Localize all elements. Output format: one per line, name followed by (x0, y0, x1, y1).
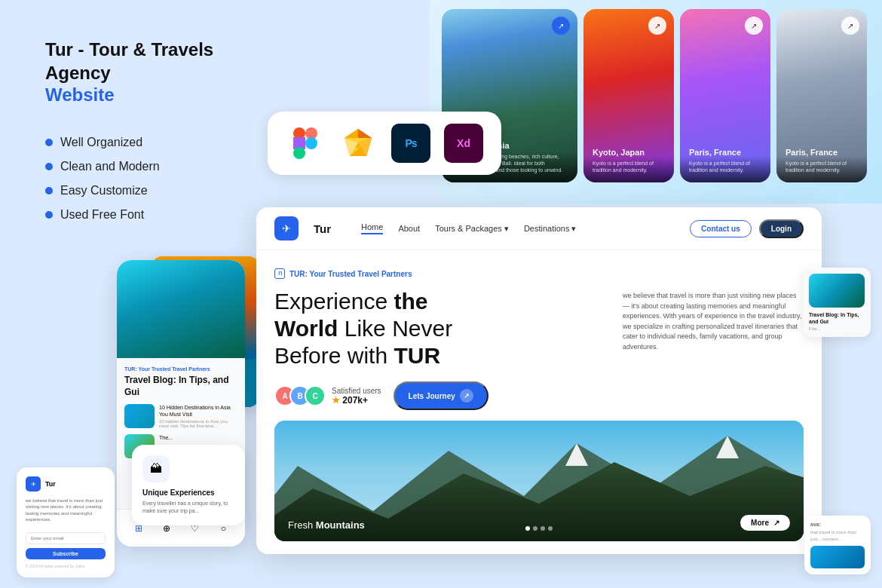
dest-card-kyoto-arrow[interactable]: ↗ (648, 17, 666, 35)
dest-kyoto-location: Kyoto, Japan (593, 148, 665, 158)
mountain-dot-1[interactable] (525, 526, 530, 531)
nav-link-about[interactable]: About (398, 224, 420, 233)
ps-label: Ps (405, 137, 416, 149)
avatar-3: C (305, 385, 326, 406)
blog-item-1-sub: 10 hidden destinations in Asia you must … (159, 419, 237, 428)
feature-item-3: Easy Customize (45, 184, 279, 198)
unique-exp-title: Unique Experiences (142, 488, 234, 497)
email-input[interactable] (26, 532, 106, 544)
title-main: Tur - Tour & Travels Agency (45, 38, 279, 84)
main-preview-card: ✈ Tur Home About Tours & Packages ▾ Dest… (256, 207, 822, 554)
blog-tag: TUR: Your Trusted Travel Partners (124, 366, 237, 372)
svg-point-4 (305, 137, 317, 149)
star-icon: ★ (332, 395, 340, 406)
nav-link-home[interactable]: Home (361, 222, 383, 234)
mountain-label: Fresh Mountains (288, 519, 365, 531)
right-blog-card: Travel Blog: In Tips, and Gui Frie... (803, 268, 871, 337)
dest-card-kyoto-overlay: Kyoto, Japan Kyoto is a perfect blend of… (583, 139, 674, 182)
lets-journey-button[interactable]: Lets Journey ↗ (394, 381, 488, 410)
bullet-dot (45, 211, 53, 219)
dest-card-paris2-overlay: Paris, France Kyoto is a perfect blend o… (776, 139, 867, 182)
preview-navbar: ✈ Tur Home About Tours & Packages ▾ Dest… (256, 207, 822, 250)
dest-card-paris2: ↗ Paris, France Kyoto is a perfect blend… (776, 9, 867, 182)
blog-card-image (117, 260, 245, 358)
xd-label: Xd (457, 137, 470, 149)
right-blog-img (809, 274, 865, 308)
dest-card-bali-arrow[interactable]: ↗ (552, 17, 570, 35)
mountain-dot-4[interactable] (548, 526, 553, 531)
satisfied-label: Satisfied users (332, 387, 381, 395)
xd-icon: Xd (444, 124, 483, 163)
ava-card: ava: that travel is more than just... co… (804, 516, 871, 574)
dest-kyoto-desc: Kyoto is a perfect blend of tradition an… (593, 160, 665, 173)
tag-icon: ⊓ (274, 268, 285, 279)
figma-icon (286, 124, 325, 163)
mountain-label-bold: Mountains (316, 519, 365, 531)
satisfied-info: Satisfied users ★ 207k+ (332, 387, 381, 406)
nav-logo-icon: ✈ (282, 222, 291, 234)
tur-small-brand: Tur (45, 480, 56, 488)
bullet-dot (45, 187, 53, 194)
count-value: 207k+ (342, 395, 368, 406)
nav-link-tours[interactable]: Tours & Packages ▾ (435, 224, 509, 234)
blog-item-1: 10 Hidden Destinations in Asia You Must … (124, 404, 237, 428)
unique-exp-icon: 🏔 (142, 455, 170, 482)
cta-label: Lets Journey (409, 392, 455, 400)
mountain-dot-2[interactable] (533, 526, 537, 531)
svg-rect-3 (293, 147, 305, 159)
tur-small-desc: we believe that travel is more than just… (26, 498, 106, 523)
title-blue: Website (45, 84, 279, 106)
mountain-more-button[interactable]: More ↗ (740, 515, 790, 531)
login-button[interactable]: Login (759, 219, 804, 238)
feature-item-2: Clean and Modern (45, 160, 279, 173)
more-arrow-icon: ↗ (773, 519, 779, 527)
hero-title: Experience theWorld Like NeverBefore wit… (274, 288, 608, 369)
contact-us-button[interactable]: Contact us (690, 220, 752, 237)
blog-item-2-title: The... (159, 434, 173, 441)
hero-description: we believe that travel is more than just… (623, 291, 804, 352)
photoshop-icon: Ps (391, 124, 430, 163)
preview-hero: ⊓ TUR: Your Trusted Travel Partners Expe… (256, 250, 822, 410)
feature-label-2: Clean and Modern (60, 160, 160, 173)
ava-img (810, 546, 865, 568)
nav-logo: ✈ (274, 216, 299, 240)
footer-text: © 2024 All rights reserved by Julina (26, 564, 106, 568)
blog-title: TUR: Your Trusted Travel Partners Travel… (124, 366, 237, 398)
dest-paris1-desc: Kyoto is a perfect blend of tradition an… (689, 160, 761, 173)
dest-paris2-location: Paris, France (786, 148, 858, 158)
blog-main-title: Travel Blog: In Tips, and Gui (124, 375, 228, 397)
hero-tag-text: TUR: Your Trusted Travel Partners (289, 270, 412, 278)
ava-label: ava: (810, 522, 865, 527)
blog-img-inner (117, 260, 245, 358)
dest-paris1-location: Paris, France (689, 148, 761, 158)
dest-card-paris1-arrow[interactable]: ↗ (745, 17, 763, 35)
blog-item-1-text: 10 Hidden Destinations in Asia You Must … (159, 404, 237, 428)
mountain-section: Fresh Mountains More ↗ (274, 421, 804, 541)
product-title: Tur - Tour & Travels Agency Website (45, 38, 279, 106)
left-panel: Tur - Tour & Travels Agency Website Well… (45, 38, 279, 232)
blog-item-1-img (124, 404, 155, 428)
nav-cta: Contact us Login (690, 219, 804, 238)
tur-subscribe-card: ✈ Tur we believe that travel is more tha… (17, 467, 115, 577)
dest-paris2-desc: Kyoto is a perfect blend of tradition an… (786, 160, 858, 173)
hero-left: ⊓ TUR: Your Trusted Travel Partners Expe… (274, 268, 608, 410)
mountain-dot-3[interactable] (541, 526, 545, 531)
feature-label-4: Used Free Font (60, 208, 144, 222)
blog-item-1-title: 10 Hidden Destinations in Asia You Must … (159, 404, 237, 418)
tur-logo-glyph: ✈ (31, 481, 36, 488)
subscribe-button[interactable]: Subscribe (26, 548, 106, 559)
dest-card-paris2-arrow[interactable]: ↗ (841, 17, 859, 35)
bullet-dot (45, 163, 53, 170)
nav-brand: Tur (314, 222, 331, 235)
unique-exp-desc: Every traveller has a unique story, to m… (142, 500, 234, 515)
right-blog-title: Travel Blog: In Tips, and Gui (809, 311, 865, 325)
feature-label-3: Easy Customize (60, 184, 148, 198)
dest-card-kyoto: ↗ Kyoto, Japan Kyoto is a perfect blend … (583, 9, 674, 182)
ava-text: that travel is more than just... connect… (810, 529, 865, 542)
unique-exp-card: 🏔 Unique Experiences Every traveller has… (132, 445, 245, 525)
feature-item-1: Well Organized (45, 136, 279, 149)
journey-arrow-icon: ↗ (460, 389, 473, 403)
tur-small-logo-icon: ✈ (26, 476, 41, 492)
nav-link-destinations[interactable]: Destinations ▾ (524, 224, 577, 234)
bullet-dot (45, 139, 53, 146)
